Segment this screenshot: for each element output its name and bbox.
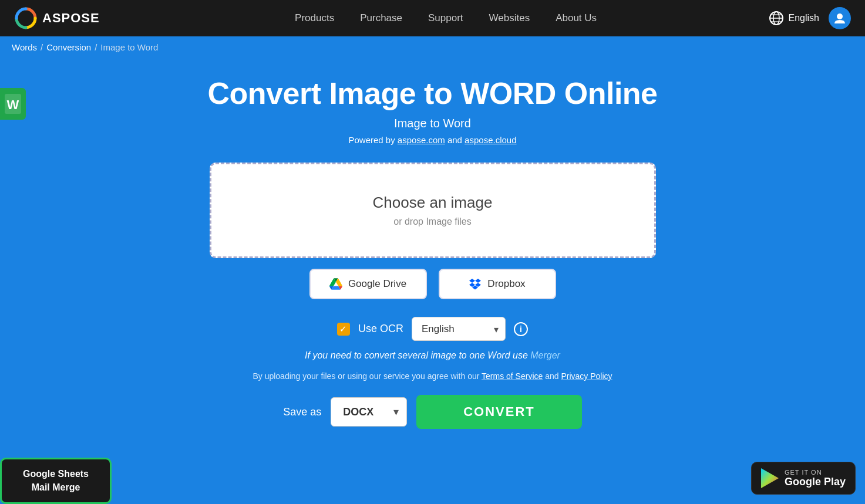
- breadcrumb-current: Image to Word: [100, 42, 158, 52]
- aspose-cloud-link[interactable]: aspose.cloud: [465, 135, 516, 145]
- language-button[interactable]: English: [769, 11, 819, 26]
- svg-point-6: [837, 13, 843, 19]
- bottom-row: Save as DOCX DOC RTF TXT PDF ODT CONVERT: [210, 395, 656, 429]
- word-file-icon: W: [5, 94, 21, 114]
- ocr-row: ✓ Use OCR English French German Spanish …: [337, 317, 528, 341]
- gs-badge-line1: Google Sheets: [14, 468, 98, 481]
- svg-point-0: [15, 7, 37, 29]
- svg-text:W: W: [7, 97, 19, 112]
- powered-by: Powered by aspose.com and aspose.cloud: [348, 135, 516, 145]
- gs-badge-line2: Mail Merge: [14, 481, 98, 494]
- merger-prefix: If you need to convert several image to …: [305, 350, 530, 360]
- globe-icon: [769, 11, 784, 26]
- svg-marker-9: [469, 279, 475, 283]
- save-as-label: Save as: [283, 406, 321, 418]
- google-play-icon: [761, 468, 779, 488]
- terms-prefix: By uploading your files or using our ser…: [253, 371, 482, 381]
- page-subtitle: Image to Word: [394, 117, 471, 130]
- word-icon-sidebar: W: [0, 88, 26, 120]
- svg-marker-10: [475, 279, 481, 283]
- google-play-badge[interactable]: GET IT ON Google Play: [751, 462, 856, 495]
- dropbox-label: Dropbox: [487, 278, 525, 290]
- nav-products[interactable]: Products: [282, 0, 347, 36]
- navbar: ASPOSE Products Purchase Support Website…: [0, 0, 865, 36]
- nav-purchase[interactable]: Purchase: [347, 0, 415, 36]
- merger-text: If you need to convert several image to …: [305, 350, 560, 361]
- logo-link[interactable]: ASPOSE: [14, 6, 100, 30]
- breadcrumb-sep1: /: [41, 42, 43, 52]
- aspose-logo-icon: [14, 6, 38, 30]
- terms-text: By uploading your files or using our ser…: [253, 371, 612, 381]
- language-select-wrapper: English French German Spanish Italian Po…: [412, 317, 506, 341]
- google-drive-label: Google Drive: [348, 278, 406, 290]
- convert-button[interactable]: CONVERT: [416, 395, 582, 429]
- terms-of-service-link[interactable]: Terms of Service: [482, 371, 543, 381]
- page-title: Convert Image to WORD Online: [207, 76, 657, 111]
- google-sheets-badge[interactable]: Google Sheets Mail Merge: [0, 458, 112, 504]
- format-select[interactable]: DOCX DOC RTF TXT PDF ODT: [331, 397, 407, 427]
- nav-about-us[interactable]: About Us: [543, 0, 610, 36]
- aspose-com-link[interactable]: aspose.com: [398, 135, 445, 145]
- google-drive-icon: [329, 278, 342, 290]
- ocr-info-icon[interactable]: i: [514, 322, 528, 336]
- google-play-platform-text: Google Play: [785, 476, 846, 488]
- upload-drop-label: or drop Image files: [223, 217, 642, 227]
- breadcrumb: Words / Conversion / Image to Word: [0, 36, 865, 58]
- cloud-buttons: Google Drive Dropbox: [309, 269, 556, 299]
- merger-link[interactable]: Merger: [530, 350, 560, 360]
- svg-marker-14: [761, 468, 779, 488]
- privacy-policy-link[interactable]: Privacy Policy: [561, 371, 612, 381]
- breadcrumb-words[interactable]: Words: [12, 42, 37, 52]
- logo-text: ASPOSE: [42, 11, 100, 26]
- format-select-wrapper: DOCX DOC RTF TXT PDF ODT: [331, 397, 407, 427]
- language-label: English: [789, 13, 819, 23]
- language-select[interactable]: English French German Spanish Italian Po…: [412, 317, 506, 341]
- user-avatar[interactable]: [829, 7, 851, 29]
- ocr-checkbox[interactable]: ✓: [337, 323, 350, 336]
- user-icon: [833, 12, 846, 25]
- upload-choose-label: Choose an image: [223, 194, 642, 212]
- nav-websites[interactable]: Websites: [476, 0, 543, 36]
- ocr-label: Use OCR: [358, 323, 403, 335]
- breadcrumb-sep2: /: [95, 42, 97, 52]
- powered-by-and: and: [445, 135, 465, 145]
- main-nav: Products Purchase Support Websites About…: [123, 0, 769, 36]
- nav-support[interactable]: Support: [415, 0, 476, 36]
- dropbox-icon: [469, 278, 482, 290]
- navbar-right: English: [769, 7, 851, 29]
- breadcrumb-conversion[interactable]: Conversion: [46, 42, 91, 52]
- main-content: Convert Image to WORD Online Image to Wo…: [0, 58, 865, 464]
- dropbox-button[interactable]: Dropbox: [439, 269, 556, 299]
- powered-by-prefix: Powered by: [348, 135, 397, 145]
- terms-and: and: [543, 371, 561, 381]
- upload-area[interactable]: Choose an image or drop Image files: [210, 163, 656, 258]
- google-drive-button[interactable]: Google Drive: [309, 269, 427, 299]
- google-play-get-it-text: GET IT ON: [785, 469, 846, 476]
